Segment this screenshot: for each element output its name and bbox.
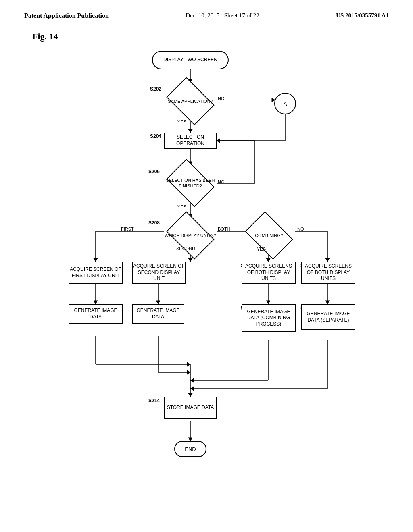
s240-box: ACQUIRE SCREENS OF BOTH DISPLAY UNITS: [242, 262, 296, 284]
label-s208: S208: [148, 220, 160, 226]
publication-number: US 2015/0355791 A1: [336, 12, 389, 19]
label-no1: NO: [218, 96, 225, 101]
s204-box: SELECTION OPERATION: [164, 133, 217, 149]
s230-diamond: COMBINING?: [243, 217, 295, 254]
svg-marker-20: [188, 258, 192, 262]
s210-box: ACQUIRE SCREEN OF FIRST DISPLAY UNIT: [69, 262, 123, 284]
svg-marker-12: [217, 139, 220, 143]
svg-marker-18: [94, 258, 98, 262]
label-both: BOTH: [218, 227, 230, 231]
label-first: FIRST: [121, 227, 134, 231]
svg-marker-31: [156, 301, 160, 304]
start-node: DISPLAY TWO SCREEN: [152, 51, 229, 69]
s202-diamond: SAME APPLICATION?: [164, 83, 217, 119]
label-yes2: YES: [177, 204, 186, 209]
svg-marker-27: [325, 258, 330, 262]
s250-box: ACQUIRE SCREENS OF BOTH DISPLAY UNITS: [301, 262, 355, 284]
svg-marker-3: [188, 129, 192, 133]
svg-marker-38: [187, 362, 190, 366]
label-yes1: YES: [177, 119, 186, 124]
label-s202: S202: [150, 86, 161, 92]
svg-marker-35: [325, 301, 330, 304]
flowchart-diagram: DISPLAY TWO SCREEN S202 SAME APPLICATION…: [33, 46, 380, 509]
label-s214: S214: [148, 398, 160, 403]
label-no3: NO: [297, 227, 304, 231]
svg-marker-41: [187, 370, 190, 374]
label-s206: S206: [148, 169, 160, 175]
svg-marker-44: [190, 378, 194, 382]
node-a: A: [274, 93, 296, 114]
end-node: END: [174, 441, 206, 457]
svg-marker-33: [266, 301, 270, 304]
page-header: Patent Application Publication Dec. 10, …: [0, 0, 413, 23]
s206-diamond: SELECTION HAS BEEN FINISHED?: [164, 165, 217, 201]
s222-box: GENERATE IMAGE DATA: [132, 304, 184, 324]
label-yes3: YES: [257, 247, 266, 251]
svg-marker-49: [188, 393, 192, 397]
svg-marker-24: [266, 258, 270, 262]
svg-marker-51: [188, 438, 192, 441]
s212-box: GENERATE IMAGE DATA: [69, 304, 123, 324]
label-second: SECOND: [176, 246, 195, 251]
s242-box: GENERATE IMAGE DATA (COMBINING PROCESS): [242, 304, 296, 332]
publication-date-sheet: Dec. 10, 2015 Sheet 17 of 22: [186, 12, 259, 19]
s214-box: STORE IMAGE DATA: [164, 397, 217, 419]
label-s204: S204: [150, 133, 161, 139]
s220-box: ACQUIRE SCREEN OF SECOND DISPLAY UNIT: [132, 262, 186, 284]
figure-label: Fig. 14: [32, 31, 413, 42]
label-no2: NO: [218, 179, 225, 184]
svg-marker-29: [94, 301, 98, 304]
s252-box: GENERATE IMAGE DATA (SEPARATE): [301, 304, 355, 330]
svg-marker-47: [190, 387, 194, 391]
publication-title: Patent Application Publication: [24, 12, 109, 19]
